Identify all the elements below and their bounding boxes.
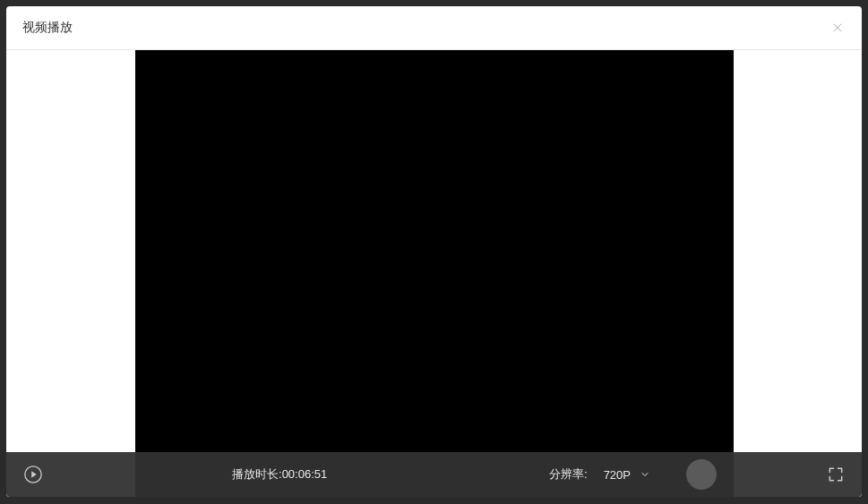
close-button[interactable] [829, 20, 846, 36]
play-button[interactable] [22, 464, 44, 485]
video-player-modal: 视频播放 [6, 6, 862, 497]
fullscreen-icon [827, 466, 845, 483]
duration-label: 播放时长: [232, 466, 282, 483]
resolution-select[interactable]: 720P [604, 468, 650, 482]
video-controls-bar: 播放时长: 00:06:51 分辨率: 720P [6, 452, 862, 497]
duration-value: 00:06:51 [282, 467, 328, 481]
modal-body [6, 50, 862, 497]
settings-round-button[interactable] [686, 459, 717, 490]
fullscreen-button[interactable] [826, 465, 846, 484]
resolution-label: 分辨率: [549, 466, 588, 483]
play-icon [23, 465, 43, 484]
resolution-group: 分辨率: 720P [549, 459, 717, 490]
modal-title: 视频播放 [22, 20, 73, 36]
close-icon [831, 21, 844, 34]
video-canvas[interactable] [135, 50, 734, 497]
chevron-down-icon [640, 469, 650, 480]
resolution-value: 720P [604, 468, 631, 482]
modal-header: 视频播放 [6, 6, 862, 50]
duration-display: 播放时长: 00:06:51 [232, 466, 327, 483]
